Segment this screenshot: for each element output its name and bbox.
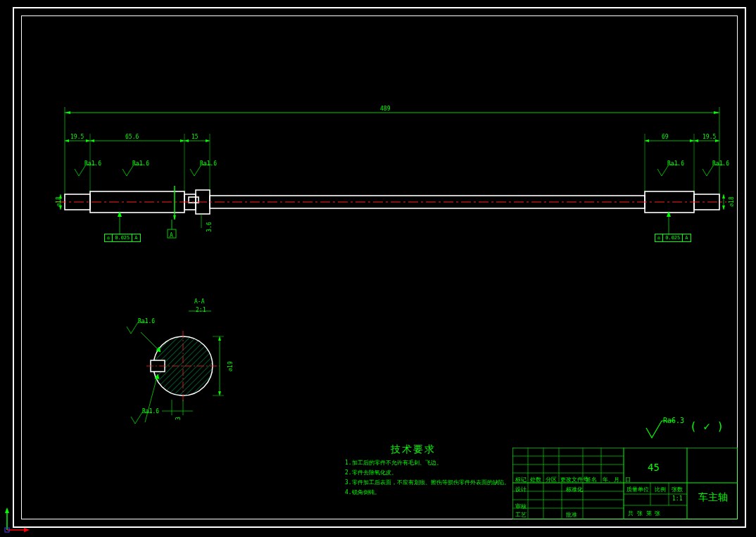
tb-mass: 质量单位 bbox=[626, 486, 649, 493]
surf-3: Ra1.6 bbox=[200, 160, 217, 167]
tb-h1: 处数 bbox=[530, 476, 541, 484]
tb-m2: 批准 bbox=[566, 511, 577, 519]
section-surf-bot: Ra1.6 bbox=[142, 408, 159, 415]
svg-marker-44 bbox=[722, 206, 725, 210]
dim-seg-1: 19.5 bbox=[70, 134, 84, 140]
tb-r1: 审核 bbox=[515, 503, 527, 510]
section-scale: 2:1 bbox=[196, 307, 206, 313]
req-3: 3.零件加工后表面，不应有划痕、擦伤等损伤零件外表面的缺陷。 bbox=[345, 479, 510, 486]
surf-2: Ra1.6 bbox=[132, 160, 149, 167]
dim-seg-3: 15 bbox=[191, 134, 199, 140]
tb-material: 45 bbox=[648, 462, 660, 473]
svg-marker-9 bbox=[714, 111, 719, 114]
tb-scale-value: 1:1 bbox=[672, 495, 682, 502]
section-keyh: 3 bbox=[175, 417, 182, 420]
tb-sheet-label: 张数 bbox=[672, 486, 683, 493]
requirements-title: 技术要求 bbox=[391, 443, 436, 456]
tb-h0: 标记 bbox=[515, 476, 527, 484]
svg-marker-24 bbox=[184, 139, 189, 142]
svg-marker-62 bbox=[218, 391, 221, 396]
svg-marker-28 bbox=[694, 139, 698, 142]
fcf-right: ◎ 0.025 A bbox=[655, 234, 691, 242]
dim-seg-2: 65.6 bbox=[125, 134, 139, 140]
datum-a-label: A bbox=[170, 232, 173, 239]
tb-h3: 更改文件号 bbox=[560, 476, 588, 484]
inner-border bbox=[21, 15, 738, 519]
dia-left: ⌀18 bbox=[56, 196, 62, 206]
svg-marker-23 bbox=[180, 139, 184, 142]
tb-h5: 年、月、日 bbox=[603, 476, 631, 484]
dim-seg-5: 19.5 bbox=[703, 134, 716, 140]
dim-small: 3.6 bbox=[206, 222, 213, 232]
dia-right: ⌀18 bbox=[729, 196, 735, 206]
svg-marker-20 bbox=[65, 139, 69, 142]
general-surface-value: Ra6.3 bbox=[663, 417, 684, 424]
svg-marker-8 bbox=[65, 111, 70, 114]
svg-marker-1 bbox=[5, 507, 9, 513]
section-surf-top: Ra1.6 bbox=[138, 318, 155, 324]
fcf-datum: A bbox=[683, 234, 690, 241]
svg-rect-72 bbox=[512, 448, 738, 519]
svg-marker-3 bbox=[24, 528, 30, 532]
svg-marker-22 bbox=[90, 139, 94, 142]
section-view bbox=[106, 296, 260, 436]
general-surface-paren: ( ✓ ) bbox=[690, 419, 724, 433]
fcf-sym: ◎ bbox=[105, 234, 113, 241]
svg-line-70 bbox=[145, 374, 158, 422]
dim-seg-4: 69 bbox=[662, 134, 669, 140]
fcf-tol: 0.025 bbox=[663, 234, 683, 241]
tb-r0: 设计 bbox=[515, 486, 527, 493]
svg-marker-43 bbox=[722, 194, 725, 198]
fcf-tol: 0.025 bbox=[113, 234, 132, 241]
dim-total-length: 489 bbox=[380, 106, 390, 112]
svg-marker-25 bbox=[206, 139, 210, 142]
svg-marker-61 bbox=[218, 336, 221, 341]
svg-marker-27 bbox=[690, 139, 694, 142]
tb-m0: 标准化 bbox=[566, 486, 583, 493]
surf-4: Ra1.6 bbox=[667, 160, 684, 167]
req-2: 2.零件去除氧化皮。 bbox=[345, 469, 397, 476]
tb-sht: 共 张 第 张 bbox=[628, 510, 660, 517]
tb-h2: 分区 bbox=[546, 476, 557, 484]
svg-marker-50 bbox=[173, 215, 176, 220]
req-4: 4.锐角倒钝。 bbox=[345, 488, 380, 496]
section-dia: ⌀19 bbox=[227, 361, 234, 371]
section-label: A-A bbox=[194, 298, 204, 305]
svg-marker-26 bbox=[645, 139, 649, 142]
tb-part-name: 车主轴 bbox=[698, 491, 728, 504]
fcf-datum: A bbox=[132, 234, 139, 241]
fcf-left: ◎ 0.025 A bbox=[104, 234, 141, 242]
title-block bbox=[512, 448, 738, 519]
svg-marker-21 bbox=[86, 139, 90, 142]
req-1: 1.加工后的零件不允许有毛刺、飞边。 bbox=[345, 459, 442, 467]
surf-1: Ra1.6 bbox=[84, 160, 101, 167]
main-view bbox=[49, 99, 732, 253]
tb-h4: 签名 bbox=[586, 476, 597, 484]
ucs-icon bbox=[3, 506, 31, 534]
tb-scale-label: 比例 bbox=[655, 486, 666, 493]
surf-5: Ra1.6 bbox=[712, 160, 729, 167]
fcf-sym: ◎ bbox=[655, 234, 663, 241]
tb-r2: 工艺 bbox=[515, 511, 527, 519]
